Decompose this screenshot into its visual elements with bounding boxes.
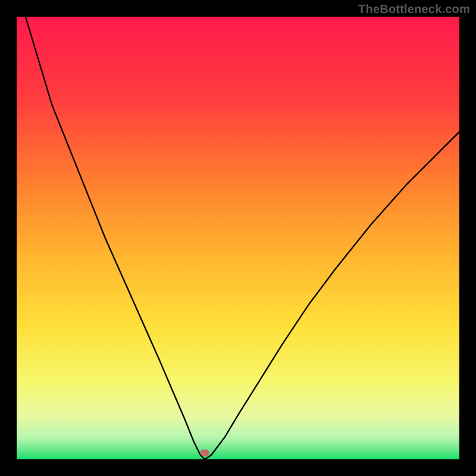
plot-area [17, 17, 459, 459]
gradient-rect [17, 17, 459, 459]
watermark-text: TheBottleneck.com [358, 2, 470, 16]
optimal-point-marker [201, 449, 209, 456]
chart-frame: TheBottleneck.com [0, 0, 476, 476]
chart-svg [17, 17, 459, 459]
